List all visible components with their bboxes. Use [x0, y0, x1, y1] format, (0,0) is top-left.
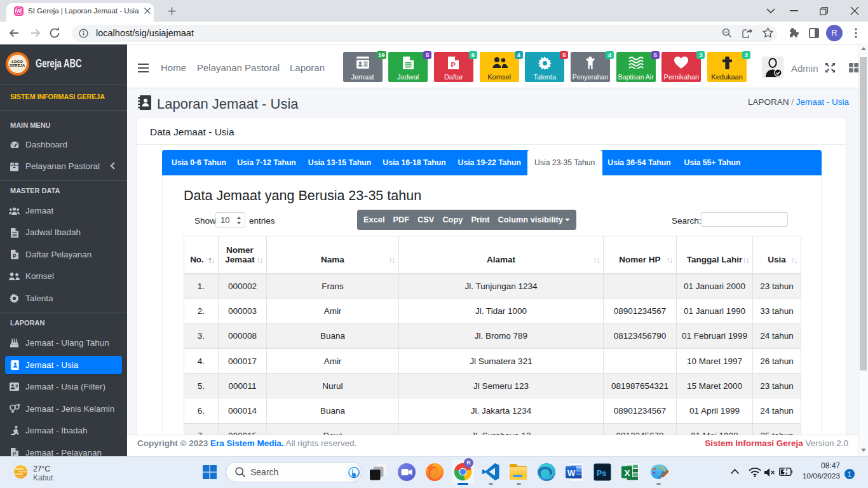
svg-text:P: P	[451, 61, 456, 69]
svg-text:P: P	[13, 253, 17, 259]
svg-text:Ps: Ps	[597, 469, 606, 478]
svg-text:W: W	[567, 468, 576, 478]
svg-text:X: X	[625, 468, 630, 478]
